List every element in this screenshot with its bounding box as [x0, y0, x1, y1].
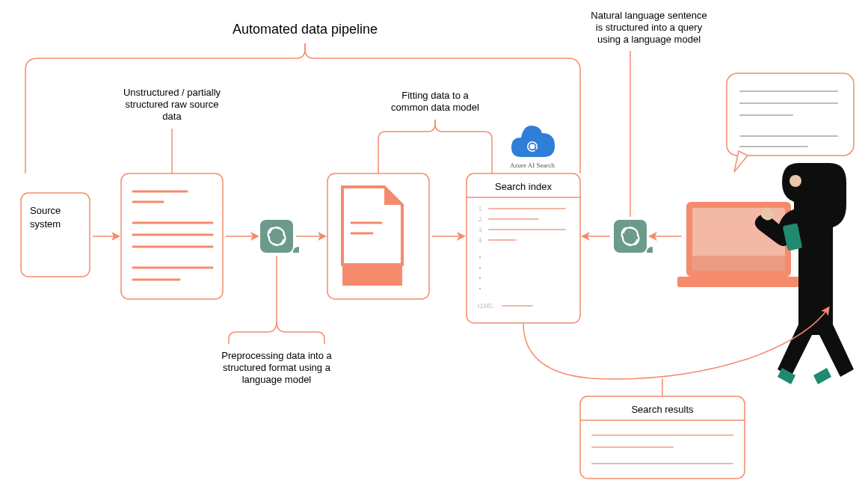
svg-text:Azure AI Search: Azure AI Search — [510, 162, 555, 169]
svg-text:structured format using a: structured format using a — [223, 362, 331, 373]
svg-point-59 — [789, 175, 801, 187]
svg-text:data: data — [162, 111, 182, 122]
svg-text:2.: 2. — [478, 216, 483, 223]
svg-text:3.: 3. — [478, 227, 483, 233]
nl-query-caption: Natural language sentence is structured … — [591, 10, 707, 217]
openai-icon-right — [614, 220, 653, 253]
azure-search-icon: Azure AI Search — [510, 126, 555, 169]
preprocess-caption: Preprocessing data into a structured for… — [221, 256, 332, 385]
user-illustration — [677, 73, 854, 384]
openai-icon-left — [260, 220, 299, 253]
svg-text:Fitting data to a: Fitting data to a — [401, 90, 469, 101]
svg-point-41 — [479, 256, 481, 258]
svg-text:is structured into a query: is structured into a query — [596, 22, 703, 33]
svg-text:12345.: 12345. — [477, 303, 493, 310]
svg-text:Preprocessing data into a: Preprocessing data into a — [221, 350, 332, 361]
diagram-title: Automated data pipeline — [233, 22, 378, 37]
svg-text:Search index: Search index — [495, 181, 552, 192]
raw-data-caption: Unstructured / partially structured raw … — [123, 87, 221, 173]
svg-rect-51 — [677, 277, 800, 287]
svg-text:system: system — [30, 218, 61, 230]
svg-text:1.: 1. — [478, 206, 483, 212]
svg-text:Source: Source — [30, 205, 61, 216]
svg-text:structured raw source: structured raw source — [126, 99, 219, 110]
svg-text:Natural language sentence: Natural language sentence — [591, 10, 707, 21]
source-system-box: Source system — [21, 193, 90, 277]
svg-text:Search results: Search results — [631, 404, 694, 415]
svg-rect-50 — [692, 256, 785, 271]
svg-point-42 — [479, 267, 481, 268]
svg-rect-47 — [614, 220, 647, 253]
svg-text:language model: language model — [242, 374, 312, 385]
search-results-box: Search results — [580, 396, 745, 479]
svg-text:Unstructured / partially: Unstructured / partially — [123, 87, 221, 98]
svg-rect-25 — [260, 220, 293, 253]
svg-text:common data model: common data model — [391, 102, 479, 113]
structured-doc-box — [327, 173, 429, 299]
svg-text:using a language model: using a language model — [597, 34, 701, 45]
pipeline-brace — [25, 43, 580, 173]
svg-text:4.: 4. — [478, 237, 483, 244]
svg-rect-30 — [467, 173, 580, 323]
svg-point-43 — [479, 277, 481, 279]
raw-data-box — [121, 173, 223, 299]
fitting-caption: Fitting data to a common data model — [378, 90, 492, 173]
svg-point-44 — [479, 288, 481, 289]
svg-rect-27 — [342, 265, 402, 286]
search-index-box: Search index 1. 2. 3. 4. 12345. — [467, 173, 580, 323]
